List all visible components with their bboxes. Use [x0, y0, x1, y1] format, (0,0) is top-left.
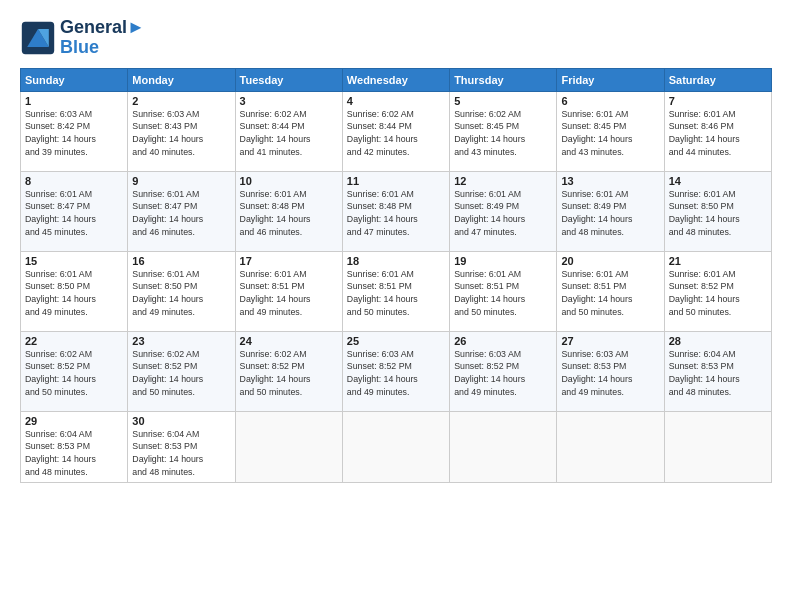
day-number: 15 — [25, 255, 123, 267]
day-number: 24 — [240, 335, 338, 347]
calendar-cell: 5Sunrise: 6:02 AMSunset: 8:45 PMDaylight… — [450, 91, 557, 171]
day-info: Sunrise: 6:01 AMSunset: 8:51 PMDaylight:… — [454, 268, 552, 319]
calendar-cell: 18Sunrise: 6:01 AMSunset: 8:51 PMDayligh… — [342, 251, 449, 331]
day-info: Sunrise: 6:01 AMSunset: 8:50 PMDaylight:… — [132, 268, 230, 319]
calendar-cell: 26Sunrise: 6:03 AMSunset: 8:52 PMDayligh… — [450, 331, 557, 411]
logo-text: General► Blue — [60, 18, 145, 58]
day-number: 11 — [347, 175, 445, 187]
calendar-cell — [342, 411, 449, 482]
calendar-cell: 25Sunrise: 6:03 AMSunset: 8:52 PMDayligh… — [342, 331, 449, 411]
day-number: 5 — [454, 95, 552, 107]
day-number: 13 — [561, 175, 659, 187]
day-info: Sunrise: 6:01 AMSunset: 8:48 PMDaylight:… — [347, 188, 445, 239]
calendar-cell: 22Sunrise: 6:02 AMSunset: 8:52 PMDayligh… — [21, 331, 128, 411]
calendar-cell: 3Sunrise: 6:02 AMSunset: 8:44 PMDaylight… — [235, 91, 342, 171]
calendar-cell: 11Sunrise: 6:01 AMSunset: 8:48 PMDayligh… — [342, 171, 449, 251]
day-info: Sunrise: 6:01 AMSunset: 8:48 PMDaylight:… — [240, 188, 338, 239]
day-info: Sunrise: 6:04 AMSunset: 8:53 PMDaylight:… — [132, 428, 230, 479]
day-number: 8 — [25, 175, 123, 187]
day-info: Sunrise: 6:01 AMSunset: 8:52 PMDaylight:… — [669, 268, 767, 319]
day-number: 21 — [669, 255, 767, 267]
weekday-tuesday: Tuesday — [235, 68, 342, 91]
day-number: 12 — [454, 175, 552, 187]
day-number: 23 — [132, 335, 230, 347]
day-info: Sunrise: 6:01 AMSunset: 8:49 PMDaylight:… — [561, 188, 659, 239]
calendar-cell: 30Sunrise: 6:04 AMSunset: 8:53 PMDayligh… — [128, 411, 235, 482]
calendar-cell: 19Sunrise: 6:01 AMSunset: 8:51 PMDayligh… — [450, 251, 557, 331]
day-info: Sunrise: 6:01 AMSunset: 8:47 PMDaylight:… — [132, 188, 230, 239]
weekday-wednesday: Wednesday — [342, 68, 449, 91]
day-number: 19 — [454, 255, 552, 267]
day-info: Sunrise: 6:03 AMSunset: 8:53 PMDaylight:… — [561, 348, 659, 399]
day-number: 26 — [454, 335, 552, 347]
calendar-cell: 4Sunrise: 6:02 AMSunset: 8:44 PMDaylight… — [342, 91, 449, 171]
day-number: 27 — [561, 335, 659, 347]
day-number: 6 — [561, 95, 659, 107]
day-number: 20 — [561, 255, 659, 267]
day-info: Sunrise: 6:01 AMSunset: 8:51 PMDaylight:… — [240, 268, 338, 319]
day-number: 10 — [240, 175, 338, 187]
logo-icon — [20, 20, 56, 56]
calendar-cell: 28Sunrise: 6:04 AMSunset: 8:53 PMDayligh… — [664, 331, 771, 411]
weekday-monday: Monday — [128, 68, 235, 91]
header: General► Blue — [20, 18, 772, 58]
calendar-cell: 23Sunrise: 6:02 AMSunset: 8:52 PMDayligh… — [128, 331, 235, 411]
day-info: Sunrise: 6:03 AMSunset: 8:52 PMDaylight:… — [347, 348, 445, 399]
day-info: Sunrise: 6:02 AMSunset: 8:44 PMDaylight:… — [347, 108, 445, 159]
calendar-cell: 7Sunrise: 6:01 AMSunset: 8:46 PMDaylight… — [664, 91, 771, 171]
day-info: Sunrise: 6:03 AMSunset: 8:43 PMDaylight:… — [132, 108, 230, 159]
calendar-cell: 15Sunrise: 6:01 AMSunset: 8:50 PMDayligh… — [21, 251, 128, 331]
logo: General► Blue — [20, 18, 145, 58]
calendar-cell: 9Sunrise: 6:01 AMSunset: 8:47 PMDaylight… — [128, 171, 235, 251]
calendar-cell — [235, 411, 342, 482]
weekday-friday: Friday — [557, 68, 664, 91]
day-number: 28 — [669, 335, 767, 347]
calendar-cell: 6Sunrise: 6:01 AMSunset: 8:45 PMDaylight… — [557, 91, 664, 171]
weekday-thursday: Thursday — [450, 68, 557, 91]
day-number: 2 — [132, 95, 230, 107]
day-info: Sunrise: 6:02 AMSunset: 8:52 PMDaylight:… — [132, 348, 230, 399]
day-info: Sunrise: 6:02 AMSunset: 8:44 PMDaylight:… — [240, 108, 338, 159]
day-number: 14 — [669, 175, 767, 187]
calendar-week-2: 8Sunrise: 6:01 AMSunset: 8:47 PMDaylight… — [21, 171, 772, 251]
calendar-cell — [664, 411, 771, 482]
page: General► Blue SundayMondayTuesdayWednesd… — [0, 0, 792, 612]
calendar-table: SundayMondayTuesdayWednesdayThursdayFrid… — [20, 68, 772, 483]
weekday-header-row: SundayMondayTuesdayWednesdayThursdayFrid… — [21, 68, 772, 91]
day-number: 22 — [25, 335, 123, 347]
day-number: 16 — [132, 255, 230, 267]
calendar-cell: 2Sunrise: 6:03 AMSunset: 8:43 PMDaylight… — [128, 91, 235, 171]
calendar-cell: 21Sunrise: 6:01 AMSunset: 8:52 PMDayligh… — [664, 251, 771, 331]
day-info: Sunrise: 6:01 AMSunset: 8:46 PMDaylight:… — [669, 108, 767, 159]
calendar-cell: 20Sunrise: 6:01 AMSunset: 8:51 PMDayligh… — [557, 251, 664, 331]
weekday-sunday: Sunday — [21, 68, 128, 91]
calendar-cell — [557, 411, 664, 482]
day-number: 29 — [25, 415, 123, 427]
day-info: Sunrise: 6:04 AMSunset: 8:53 PMDaylight:… — [669, 348, 767, 399]
calendar-cell: 8Sunrise: 6:01 AMSunset: 8:47 PMDaylight… — [21, 171, 128, 251]
calendar-week-1: 1Sunrise: 6:03 AMSunset: 8:42 PMDaylight… — [21, 91, 772, 171]
day-number: 30 — [132, 415, 230, 427]
calendar-cell: 1Sunrise: 6:03 AMSunset: 8:42 PMDaylight… — [21, 91, 128, 171]
day-info: Sunrise: 6:02 AMSunset: 8:45 PMDaylight:… — [454, 108, 552, 159]
day-number: 25 — [347, 335, 445, 347]
day-info: Sunrise: 6:02 AMSunset: 8:52 PMDaylight:… — [25, 348, 123, 399]
day-number: 17 — [240, 255, 338, 267]
calendar-cell: 10Sunrise: 6:01 AMSunset: 8:48 PMDayligh… — [235, 171, 342, 251]
day-info: Sunrise: 6:01 AMSunset: 8:47 PMDaylight:… — [25, 188, 123, 239]
calendar-week-5: 29Sunrise: 6:04 AMSunset: 8:53 PMDayligh… — [21, 411, 772, 482]
day-info: Sunrise: 6:03 AMSunset: 8:52 PMDaylight:… — [454, 348, 552, 399]
day-info: Sunrise: 6:03 AMSunset: 8:42 PMDaylight:… — [25, 108, 123, 159]
calendar-cell — [450, 411, 557, 482]
day-info: Sunrise: 6:01 AMSunset: 8:45 PMDaylight:… — [561, 108, 659, 159]
calendar-cell: 29Sunrise: 6:04 AMSunset: 8:53 PMDayligh… — [21, 411, 128, 482]
day-number: 3 — [240, 95, 338, 107]
calendar-cell: 27Sunrise: 6:03 AMSunset: 8:53 PMDayligh… — [557, 331, 664, 411]
day-info: Sunrise: 6:01 AMSunset: 8:51 PMDaylight:… — [347, 268, 445, 319]
weekday-saturday: Saturday — [664, 68, 771, 91]
calendar-cell: 14Sunrise: 6:01 AMSunset: 8:50 PMDayligh… — [664, 171, 771, 251]
day-info: Sunrise: 6:01 AMSunset: 8:50 PMDaylight:… — [25, 268, 123, 319]
day-info: Sunrise: 6:04 AMSunset: 8:53 PMDaylight:… — [25, 428, 123, 479]
calendar-cell: 17Sunrise: 6:01 AMSunset: 8:51 PMDayligh… — [235, 251, 342, 331]
day-info: Sunrise: 6:01 AMSunset: 8:51 PMDaylight:… — [561, 268, 659, 319]
